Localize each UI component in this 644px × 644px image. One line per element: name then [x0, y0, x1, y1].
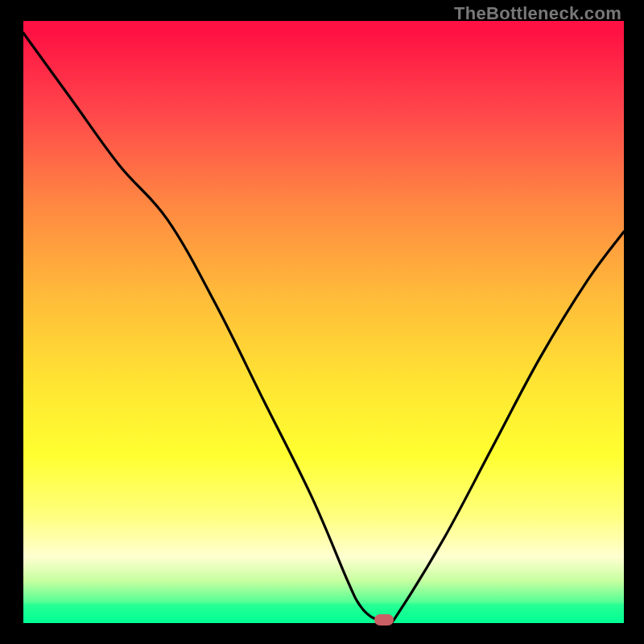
gradient-plot-area — [23, 21, 624, 623]
min-marker — [374, 614, 394, 625]
chart-stage: TheBottleneck.com — [0, 0, 644, 644]
curve-line — [23, 21, 624, 623]
watermark-text: TheBottleneck.com — [454, 3, 621, 24]
